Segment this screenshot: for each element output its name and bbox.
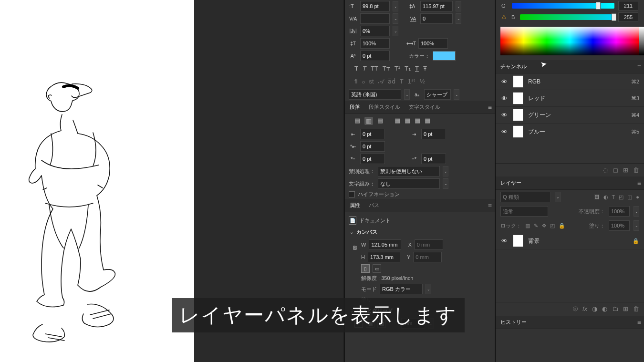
visibility-icon[interactable]: 👁 [500,128,508,135]
filter-shape-icon[interactable]: ◰ [619,194,623,200]
tsume-input[interactable]: 0% [360,26,390,36]
language-dropdown[interactable]: ⌄ [404,89,410,100]
space-before-input[interactable]: 0 pt [360,154,385,164]
lock-pixels-icon[interactable]: ▧ [525,223,530,229]
mode-select[interactable]: RGB カラー [380,284,423,294]
g-slider[interactable] [512,3,614,9]
lock-all-icon[interactable]: 🔒 [559,223,565,229]
font-size-dropdown[interactable]: ⌄ [393,1,398,11]
underline-icon[interactable]: T [415,65,419,72]
link-layers-icon[interactable]: ⦾ [573,305,578,313]
visibility-icon[interactable]: 👁 [500,238,508,245]
layer-lock-icon[interactable]: 🔒 [633,238,639,244]
justify-left-icon[interactable]: ▦ [395,117,400,125]
italic-icon[interactable]: T [363,65,366,72]
titling-icon[interactable]: T [400,78,404,85]
baseline-input[interactable]: 0 pt [360,51,390,61]
delete-channel-icon[interactable]: 🗑 [633,166,639,174]
kinsoku-select[interactable]: 禁則を使用しない [378,166,440,176]
gamut-warning-icon[interactable]: ⚠ [501,14,507,21]
indent-right-input[interactable]: 0 pt [421,129,446,139]
orientation-landscape-icon[interactable]: ▭ [373,264,381,273]
opacity-dropdown[interactable]: ⌄ [634,206,639,217]
oldstyle-icon[interactable]: a̅d̅ [388,78,395,85]
blend-mode-select[interactable]: 通常 [500,206,548,217]
antialias-dropdown[interactable]: ⌄ [454,89,459,100]
color-spectrum[interactable] [500,27,639,55]
layers-panel-menu-icon[interactable]: ≡ [637,179,641,187]
tab-channels[interactable]: チャンネル [499,63,529,70]
filter-adjust-icon[interactable]: ◐ [603,194,608,200]
filter-smart-icon[interactable]: ◫ [627,194,632,200]
leading-input[interactable]: 115.97 pt [420,1,453,11]
lock-paint-icon[interactable]: ✎ [534,223,538,229]
justify-right-icon[interactable]: ▦ [415,117,420,125]
tracking-input[interactable]: 0 [420,13,453,24]
swash-icon[interactable]: 𝒜 [378,78,384,85]
kerning-dropdown[interactable]: ⌄ [393,13,398,24]
stylistic-icon[interactable]: st [369,78,374,85]
save-selection-icon[interactable]: ◻ [613,166,618,174]
tab-paragraph-style[interactable]: 段落スタイル [367,103,402,111]
text-color-swatch[interactable] [433,51,456,61]
channels-panel-menu-icon[interactable]: ≡ [637,63,641,71]
leading-dropdown[interactable]: ⌄ [456,1,461,11]
tsume-dropdown[interactable]: ⌄ [393,26,398,36]
channel-row[interactable]: 👁 ブルー ⌘5 [496,124,644,140]
document-canvas[interactable] [0,0,194,362]
mode-dropdown[interactable]: ⌄ [426,284,431,294]
paragraph-panel-menu-icon[interactable]: ≡ [488,103,492,111]
fx-icon[interactable]: fx [582,305,587,313]
justify-center-icon[interactable]: ▦ [405,117,410,125]
kinsoku-dropdown[interactable]: ⌄ [443,166,448,176]
hyphenation-checkbox[interactable] [349,191,355,197]
font-size-input[interactable]: 99.8 pt [360,1,390,11]
opacity-input[interactable]: 100% [609,206,630,217]
ordinal-icon[interactable]: 1ˢᵗ [408,78,415,85]
vscale-input[interactable]: 100% [360,38,390,49]
mask-icon[interactable]: ◑ [592,305,597,313]
adjustment-icon[interactable]: ◐ [602,305,607,313]
fill-input[interactable]: 100% [609,220,630,231]
tracking-dropdown[interactable]: ⌄ [456,13,461,24]
filter-toggle-icon[interactable]: ● [636,194,639,200]
canvas-h-input[interactable]: 173.3 mm [368,252,400,262]
visibility-icon[interactable]: 👁 [500,78,508,85]
lock-artboard-icon[interactable]: ◰ [550,223,555,229]
canvas-x-input[interactable]: 0 mm [415,239,443,250]
layer-filter-select[interactable]: Q 種類 [500,192,551,202]
channel-row[interactable]: 👁 レッド ⌘3 [496,90,644,107]
mojikumi-select[interactable]: なし [378,178,440,189]
canvas-y-input[interactable]: 0 mm [413,252,442,262]
layer-filter-dropdown[interactable]: ⌄ [555,192,561,202]
g-value[interactable]: 211 [618,1,638,10]
lock-position-icon[interactable]: ✥ [542,223,546,229]
align-right-icon[interactable]: ▤ [377,117,383,125]
tab-properties[interactable]: 属性 [348,202,362,209]
kerning-input[interactable] [360,13,390,24]
link-wh-icon[interactable]: ⛓ [351,243,359,252]
channel-row[interactable]: 👁 RGB ⌘2 [496,73,644,90]
load-selection-icon[interactable]: ◌ [603,166,608,174]
subscript-icon[interactable]: T₁ [405,65,411,72]
tab-paragraph[interactable]: 段落 [348,103,362,111]
orientation-portrait-icon[interactable]: ▯ [361,264,370,273]
new-layer-icon[interactable]: ⊞ [623,305,628,313]
b-slider[interactable] [520,14,614,20]
antialias-select[interactable]: シャープ [424,89,451,100]
fraction-icon[interactable]: ½ [420,78,425,85]
ornament-icon[interactable]: ℴ [362,78,365,85]
visibility-icon[interactable]: 👁 [500,112,508,119]
justify-all-icon[interactable]: ▦ [425,117,430,125]
tab-layers[interactable]: レイヤー [499,179,523,186]
tab-history[interactable]: ヒストリー [499,319,529,326]
delete-layer-icon[interactable]: 🗑 [633,305,639,313]
hscale-input[interactable]: 100% [418,38,448,49]
b-value[interactable]: 255 [618,12,638,22]
fill-dropdown[interactable]: ⌄ [634,220,639,231]
indent-left-input[interactable]: 0 pt [360,129,385,139]
mojikumi-dropdown[interactable]: ⌄ [443,178,448,189]
canvas-section-header[interactable]: カンバス [345,226,495,238]
visibility-icon[interactable]: 👁 [500,95,508,102]
indent-first-input[interactable]: 0 pt [360,141,385,152]
